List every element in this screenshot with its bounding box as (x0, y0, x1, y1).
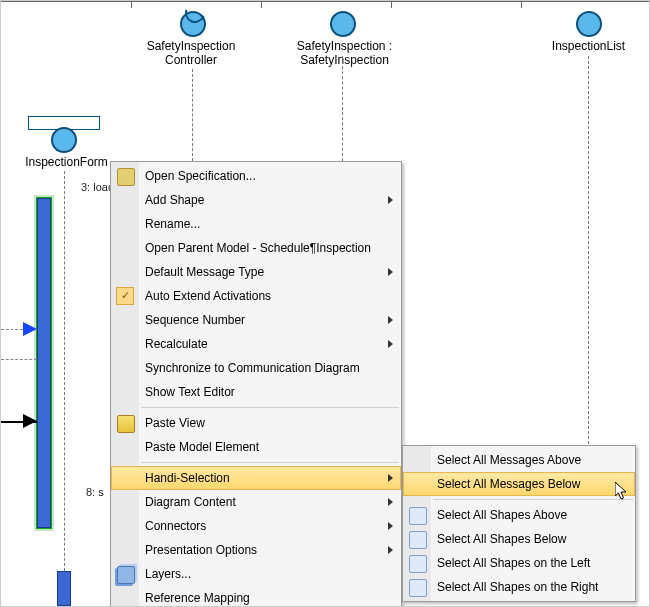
lifeline-inspectionform-head[interactable] (51, 127, 77, 153)
menu-label: Sequence Number (145, 313, 245, 327)
menu-open-parent[interactable]: Open Parent Model - Schedule¶Inspection (111, 236, 401, 260)
menu-label: Select All Shapes Below (437, 532, 566, 546)
lifeline-inspectionlist-label: InspectionList (531, 39, 646, 53)
activation-inspectionform[interactable] (57, 571, 71, 606)
submenu-all-messages-below[interactable]: Select All Messages Below (403, 472, 635, 496)
lifeline-controller-dash (192, 69, 193, 161)
lifeline-inspectionlist-dash (588, 56, 589, 444)
menu-label: Select All Shapes on the Left (437, 556, 590, 570)
menu-label: Rename... (145, 217, 200, 231)
shapes-icon (409, 507, 427, 525)
lifeline-safetyinspection-label: SafetyInspection : SafetyInspection (257, 39, 432, 67)
menu-label: Select All Messages Below (437, 477, 580, 491)
menu-sequence-number[interactable]: Sequence Number (111, 308, 401, 332)
submenu-arrow-icon (388, 546, 393, 554)
context-menu[interactable]: Open Specification... Add Shape Rename..… (110, 161, 402, 607)
submenu-shapes-above[interactable]: Select All Shapes Above (403, 503, 635, 527)
lifeline-controller-head[interactable] (180, 11, 206, 37)
submenu-all-messages-above[interactable]: Select All Messages Above (403, 448, 635, 472)
arrow-head-2 (23, 414, 37, 428)
menu-label: Show Text Editor (145, 385, 235, 399)
menu-paste-model[interactable]: Paste Model Element (111, 435, 401, 459)
shapes-icon (409, 531, 427, 549)
menu-reference-mapping[interactable]: Reference Mapping (111, 586, 401, 607)
menu-separator (141, 462, 399, 463)
sequence-diagram-canvas[interactable]: SafetyInspection Controller SafetyInspec… (0, 0, 650, 607)
menu-rename[interactable]: Rename... (111, 212, 401, 236)
handi-selection-submenu[interactable]: Select All Messages Above Select All Mes… (402, 445, 636, 602)
return-arrow-2[interactable] (1, 359, 37, 360)
submenu-arrow-icon (388, 196, 393, 204)
menu-show-text-editor[interactable]: Show Text Editor (111, 380, 401, 404)
submenu-arrow-icon (388, 316, 393, 324)
menu-label: Default Message Type (145, 265, 264, 279)
lifeline-inspectionform-dash (64, 171, 65, 591)
menu-label: Paste Model Element (145, 440, 259, 454)
layers-icon (117, 566, 135, 584)
shapes-icon (409, 579, 427, 597)
menu-sync-comm[interactable]: Synchronize to Communication Diagram (111, 356, 401, 380)
lifeline-safetyinspection-head[interactable] (330, 11, 356, 37)
submenu-arrow-icon (388, 268, 393, 276)
menu-diagram-content[interactable]: Diagram Content (111, 490, 401, 514)
menu-label: Presentation Options (145, 543, 257, 557)
menu-label: Layers... (145, 567, 191, 581)
menu-connectors[interactable]: Connectors (111, 514, 401, 538)
menu-handi-selection[interactable]: Handi-Selection (111, 466, 401, 490)
activation-selected[interactable] (37, 198, 51, 528)
submenu-arrow-icon (388, 498, 393, 506)
menu-layers[interactable]: Layers... (111, 562, 401, 586)
submenu-arrow-icon (388, 522, 393, 530)
paste-icon (117, 415, 135, 433)
check-icon: ✓ (116, 287, 134, 305)
menu-auto-extend[interactable]: ✓Auto Extend Activations (111, 284, 401, 308)
submenu-shapes-below[interactable]: Select All Shapes Below (403, 527, 635, 551)
menu-default-msg-type[interactable]: Default Message Type (111, 260, 401, 284)
submenu-arrow-icon (388, 474, 393, 482)
lifeline-inspectionform-label: InspectionForm (19, 155, 114, 169)
menu-label: Auto Extend Activations (145, 289, 271, 303)
arrow-head-1 (23, 322, 37, 336)
menu-label: Diagram Content (145, 495, 236, 509)
lifeline-controller-label: SafetyInspection Controller (141, 39, 241, 67)
menu-recalculate[interactable]: Recalculate (111, 332, 401, 356)
menu-label: Open Specification... (145, 169, 256, 183)
message-8-label: 8: s (86, 486, 104, 498)
submenu-shapes-right[interactable]: Select All Shapes on the Right (403, 575, 635, 599)
lifeline-safetyinspection-dash (342, 56, 343, 161)
submenu-shapes-left[interactable]: Select All Shapes on the Left (403, 551, 635, 575)
menu-label: Reference Mapping (145, 591, 250, 605)
menu-paste-view[interactable]: Paste View (111, 411, 401, 435)
menu-label: Handi-Selection (145, 471, 230, 485)
menu-label: Connectors (145, 519, 206, 533)
menu-label: Open Parent Model - Schedule¶Inspection (145, 241, 371, 255)
menu-label: Paste View (145, 416, 205, 430)
menu-separator (433, 499, 633, 500)
menu-presentation-options[interactable]: Presentation Options (111, 538, 401, 562)
menu-label: Select All Shapes on the Right (437, 580, 598, 594)
submenu-arrow-icon (388, 340, 393, 348)
menu-label: Add Shape (145, 193, 204, 207)
menu-label: Recalculate (145, 337, 208, 351)
menu-open-specification[interactable]: Open Specification... (111, 164, 401, 188)
lifeline-inspectionlist-head[interactable] (576, 11, 602, 37)
spec-icon (117, 168, 135, 186)
menu-separator (141, 407, 399, 408)
menu-label: Select All Messages Above (437, 453, 581, 467)
menu-add-shape[interactable]: Add Shape (111, 188, 401, 212)
menu-label: Select All Shapes Above (437, 508, 567, 522)
ruler (1, 1, 650, 2)
shapes-icon (409, 555, 427, 573)
menu-label: Synchronize to Communication Diagram (145, 361, 360, 375)
